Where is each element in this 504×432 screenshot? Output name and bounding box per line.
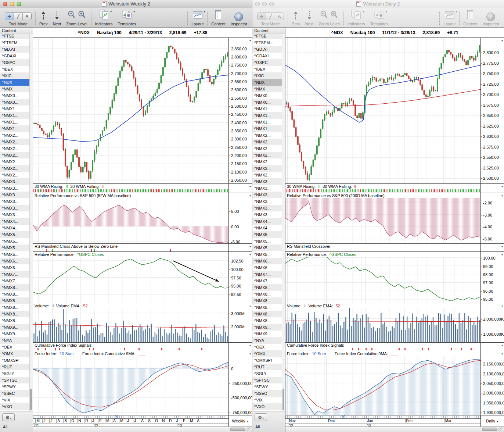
sidebar-item-ftse[interactable]: ^FTSE [252, 34, 285, 39]
sidebar-item-gspc[interactable]: ^GSPC [252, 59, 285, 66]
scrollbar-thumb[interactable] [230, 428, 245, 431]
sidebar-item-oex[interactable]: ^OEX [252, 344, 285, 350]
sidebar-item-gdaxi[interactable]: ^GDAXI [252, 53, 285, 59]
sidebar-item-nmx5[interactable]: ^NMX5... [252, 244, 285, 251]
sidebar-item-gdaxi[interactable]: ^GDAXI [0, 53, 33, 59]
action-menu-button[interactable] [2, 413, 15, 421]
sidebar-item-nmx1[interactable]: ^NMX1... [0, 119, 33, 125]
volume-chart[interactable] [33, 308, 228, 342]
sidebar-item-ssec[interactable]: ^SSEC [0, 390, 33, 397]
sidebar-item-nmx5[interactable]: ^NMX5... [252, 231, 285, 238]
tool-line-button[interactable]: ╱ [266, 13, 275, 20]
prev-button[interactable]: Prev [289, 8, 303, 27]
price-chart[interactable] [285, 38, 480, 183]
sidebar-item-nmx8[interactable]: ^NMX8... [0, 297, 33, 304]
titlebar[interactable]: Weinstein Daily 2 [252, 0, 504, 8]
sidebar-item-nmx1[interactable]: ^NMX1... [0, 106, 33, 112]
panel-collapse-icon[interactable] [249, 193, 251, 197]
sidebar-item-nmx6[interactable]: ^NMX6... [0, 258, 33, 264]
sidebar-item-vix[interactable]: ^VIX [0, 397, 33, 403]
templates-button[interactable]: Templates [367, 8, 391, 27]
sidebar-item-nmx9[interactable]: ^NMX9... [0, 324, 33, 331]
sidebar-item-ndx[interactable]: ^NDX [0, 79, 33, 86]
resize-grip[interactable] [246, 427, 252, 432]
sidebar-item-gdat[interactable]: ^GD.AT [0, 46, 33, 53]
sidebar-item-ibex[interactable]: ^IBEX [252, 66, 285, 72]
action-menu-button[interactable] [255, 413, 267, 421]
sidebar-item-nmx8[interactable]: ^NMX8... [0, 284, 33, 291]
sidebar-item-nmx3[interactable]: ^NMX3... [0, 205, 33, 211]
sidebar-item-nmx3[interactable]: ^NMX3... [252, 211, 285, 218]
sidebar-item-nmx9[interactable]: ^NMX9... [252, 331, 285, 337]
resize-grip[interactable] [498, 427, 504, 432]
force-index-chart[interactable] [285, 356, 480, 415]
sidebar-item-rut[interactable]: ^RUT [252, 364, 285, 370]
sidebar-item-nmx8[interactable]: ^NMX8... [0, 291, 33, 297]
scrollbar-thumb[interactable] [282, 389, 284, 410]
panel-collapse-icon[interactable] [249, 184, 251, 188]
force-index-chart[interactable] [33, 356, 228, 415]
sidebar-item-nmx8[interactable]: ^NMX8... [0, 317, 33, 324]
panel-collapse-icon[interactable] [501, 184, 503, 188]
sidebar-item-vix[interactable]: ^VIX [252, 397, 285, 403]
panel-collapse-icon[interactable] [501, 252, 503, 256]
horizontal-scrollbar[interactable] [285, 426, 504, 432]
sidebar-item-ssec[interactable]: ^SSEC [252, 390, 285, 397]
layout-button[interactable]: Layout [189, 8, 206, 27]
sidebar-item-nmx2[interactable]: ^NMX2... [0, 145, 33, 152]
tool-text-button[interactable]: A [22, 13, 31, 20]
sidebar-item-nmx1[interactable]: ^NMX1... [252, 119, 285, 125]
sidebar-item-ftse[interactable]: ^FTSE [0, 34, 33, 39]
relative-performance-chart[interactable] [33, 198, 228, 243]
panel-collapse-icon[interactable] [501, 303, 503, 308]
zoom-in-icon[interactable] [330, 10, 338, 21]
sidebar-item-nmx9[interactable]: ^NMX9... [252, 324, 285, 331]
horizontal-scrollbar[interactable] [33, 426, 252, 432]
sidebar-item-nya[interactable]: ^NYA [0, 337, 33, 344]
sidebar-item-nmx0[interactable]: ^NMX0... [0, 92, 33, 99]
sidebar-item-nmx2[interactable]: ^NMX2... [252, 165, 285, 172]
sidebar-item-nmx2[interactable]: ^NMX2... [0, 152, 33, 158]
axis-marker-icon[interactable] [342, 415, 345, 418]
sidebar-item-nmx8[interactable]: ^NMX8... [252, 297, 285, 304]
titlebar[interactable]: Weinstein Weekly 2 [0, 0, 252, 8]
next-button[interactable]: Next [50, 8, 64, 27]
relative-performance-chart[interactable] [285, 198, 480, 243]
sidebar-item-rut[interactable]: ^RUT [0, 364, 33, 370]
panel-collapse-icon[interactable] [501, 244, 503, 248]
filter-label[interactable]: All [2, 425, 30, 429]
inspector-button[interactable]: Inspector [228, 8, 250, 27]
panel-collapse-icon[interactable] [501, 193, 503, 197]
volume-chart[interactable] [285, 308, 480, 342]
sidebar-item-nmx1[interactable]: ^NMX1... [252, 125, 285, 132]
next-button[interactable]: Next [303, 8, 316, 27]
sidebar-item-nmx8[interactable]: ^NMX8... [252, 317, 285, 324]
zoom-out-icon[interactable] [68, 10, 76, 21]
sidebar-item-omx[interactable]: ^OMX [252, 350, 285, 357]
sidebar-item-spwy[interactable]: ^SPWY [252, 383, 285, 390]
timeframe-dropdown[interactable]: Daily [480, 415, 504, 426]
tool-move-button[interactable]: ✛ [258, 13, 266, 20]
sidebar-item-nmx3[interactable]: ^NMX3... [252, 198, 285, 205]
indicators-button[interactable]: Indicators [345, 8, 368, 27]
minimize-button[interactable] [10, 2, 14, 6]
sidebar-item-nmx2[interactable]: ^NMX2... [252, 145, 285, 152]
sidebar-item-nmx9[interactable]: ^NMX9... [0, 331, 33, 337]
sidebar-item-nmx3[interactable]: ^NMX3... [0, 178, 33, 185]
axis-marker-icon[interactable] [115, 415, 118, 418]
sidebar-item-nmx5[interactable]: ^NMX5... [0, 238, 33, 244]
sidebar-item-nmx4[interactable]: ^NMX4... [252, 225, 285, 231]
panel-collapse-icon[interactable] [249, 38, 251, 42]
sidebar-item-spwy[interactable]: ^SPWY [0, 383, 33, 390]
sidebar-item-ixic[interactable]: ^IXIC [0, 72, 33, 79]
sidebar-item-sgly[interactable]: ^SGLY [252, 370, 285, 377]
sidebar-item-nmx2[interactable]: ^NMX2... [0, 172, 33, 178]
rs-line-chart[interactable] [285, 257, 480, 303]
panel-collapse-icon[interactable] [249, 303, 251, 308]
sidebar-item-sptsc[interactable]: ^SPTSC [0, 377, 33, 383]
minimize-button[interactable] [262, 2, 267, 6]
sidebar-item-nmx5[interactable]: ^NMX5... [0, 244, 33, 251]
sidebar-item-nmx6[interactable]: ^NMX6... [252, 264, 285, 271]
sidebar-item-nmx7[interactable]: ^NMX7... [252, 271, 285, 278]
sidebar-item-omxspi[interactable]: ^OMXSPI [252, 357, 285, 364]
